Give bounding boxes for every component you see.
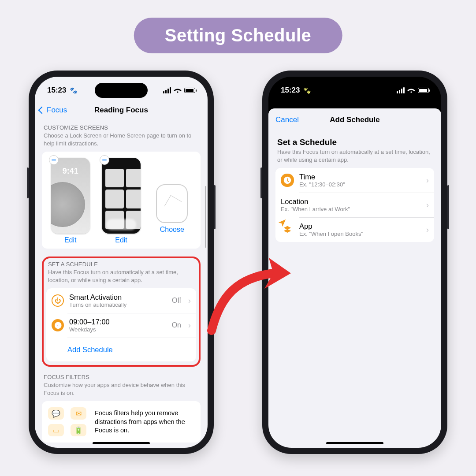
banner-title: Setting Schedule xyxy=(134,18,342,53)
home-indicator[interactable] xyxy=(93,442,150,444)
time-schedule-row[interactable]: 09:00–17:00 Weekdays On › xyxy=(46,313,196,338)
smart-activation-row[interactable]: Smart Activation Turns on automatically … xyxy=(46,288,196,313)
location-option-row[interactable]: Location Ex. "When I arrive at Work" › xyxy=(275,193,434,217)
power-icon xyxy=(52,294,64,307)
filters-desc: Customize how your apps and device behav… xyxy=(44,381,199,397)
screen-left: 15:23 Focus Reading Focus CUSTOMIZE SCRE… xyxy=(35,77,208,448)
mail-icon: ✉︎ xyxy=(71,407,86,420)
status-time: 15:23 xyxy=(47,86,77,95)
time-sub: Weekdays xyxy=(69,326,167,333)
status-time-text: 15:23 xyxy=(281,86,300,95)
schedule-options-list: Time Ex. "12:30–02:30" › Location Ex. "W… xyxy=(275,168,434,242)
sheet-title: Add Schedule xyxy=(330,115,379,124)
content-area[interactable]: CUSTOMIZE SCREENS Choose a Lock Screen o… xyxy=(35,120,208,448)
location-arrow-icon xyxy=(275,216,289,230)
screens-card: Edit Edit Choose xyxy=(42,152,201,249)
edit-home-button[interactable]: Edit xyxy=(115,236,127,244)
dynamic-island xyxy=(328,83,381,98)
nav-bar: Focus Reading Focus xyxy=(35,100,208,120)
back-button[interactable]: Focus xyxy=(39,106,67,115)
choose-watch-button[interactable]: Choose xyxy=(160,226,184,234)
smart-value: Off xyxy=(172,297,181,305)
filters-header: FOCUS FILTERS xyxy=(44,374,199,380)
battery-icon xyxy=(184,88,195,93)
chevron-right-icon: › xyxy=(426,201,429,210)
status-time-text: 15:23 xyxy=(47,86,66,95)
status-time: 15:23 xyxy=(281,86,311,95)
time-value: On xyxy=(172,321,181,329)
location-option-sub: Ex. "When I arrive at Work" xyxy=(281,206,419,212)
paw-icon xyxy=(302,86,311,95)
schedule-header: SET A SCHEDULE xyxy=(48,261,194,268)
sheet-nav: Cancel Add Schedule xyxy=(268,108,441,131)
chevron-right-icon: › xyxy=(188,321,191,330)
location-option-title: Location xyxy=(281,197,419,206)
messages-icon: 💬 xyxy=(48,407,64,420)
edit-lock-button[interactable]: Edit xyxy=(64,236,77,244)
add-schedule-label: Add Schedule xyxy=(52,346,113,354)
lock-screen-option[interactable]: Edit xyxy=(47,158,93,244)
app-option-title: App xyxy=(299,222,419,231)
annotation-arrow xyxy=(203,251,300,341)
status-icons xyxy=(163,87,195,93)
app-option-sub: Ex. "When I open Books" xyxy=(299,231,419,237)
customize-desc: Choose a Lock Screen or Home Screen page… xyxy=(44,132,199,147)
filter-app-icons: 💬 ✉︎ ▭ 🔋 xyxy=(48,407,89,436)
page-title: Reading Focus xyxy=(94,106,148,115)
wifi-icon xyxy=(407,87,415,93)
time-title: 09:00–17:00 xyxy=(69,318,167,326)
clock-icon xyxy=(52,319,64,331)
filters-blurb: Focus filters help you remove distractio… xyxy=(95,409,194,435)
cellular-icon xyxy=(397,87,405,93)
clock-icon xyxy=(281,174,294,187)
filters-card[interactable]: 💬 ✉︎ ▭ 🔋 Focus filters help you remove d… xyxy=(42,401,201,443)
home-screen-preview[interactable] xyxy=(102,158,141,234)
add-schedule-row[interactable]: Add Schedule xyxy=(46,338,196,361)
home-screen-option[interactable]: Edit xyxy=(98,158,144,244)
home-indicator[interactable] xyxy=(326,442,383,444)
schedule-list: Smart Activation Turns on automatically … xyxy=(46,288,196,361)
calendar-icon: ▭ xyxy=(48,424,64,436)
lock-screen-preview[interactable] xyxy=(51,158,90,234)
customize-header: CUSTOMIZE SCREENS xyxy=(44,124,199,131)
paw-icon xyxy=(69,86,77,95)
back-label: Focus xyxy=(47,106,67,115)
dynamic-island xyxy=(95,83,148,98)
status-icons xyxy=(397,87,429,93)
time-option-title: Time xyxy=(299,173,419,181)
watch-option[interactable]: Choose xyxy=(149,158,195,244)
app-option-row[interactable]: App Ex. "When I open Books" › xyxy=(275,217,434,242)
chevron-right-icon: › xyxy=(426,225,429,234)
set-schedule-header: Set a Schedule xyxy=(277,138,432,147)
time-option-row[interactable]: Time Ex. "12:30–02:30" › xyxy=(275,168,434,193)
battery-filter-icon: 🔋 xyxy=(71,424,86,436)
cancel-button[interactable]: Cancel xyxy=(275,115,299,124)
cellular-icon xyxy=(163,87,171,93)
scroll-indicator[interactable] xyxy=(205,186,206,248)
phone-left: 15:23 Focus Reading Focus CUSTOMIZE SCRE… xyxy=(29,71,214,454)
wifi-icon xyxy=(174,87,182,93)
time-option-sub: Ex. "12:30–02:30" xyxy=(299,181,419,188)
set-schedule-desc: Have this Focus turn on automatically at… xyxy=(277,148,432,164)
chevron-right-icon: › xyxy=(188,296,191,305)
smart-title: Smart Activation xyxy=(69,293,167,301)
schedule-desc: Have this Focus turn on automatically at… xyxy=(48,268,194,284)
watch-preview[interactable] xyxy=(156,184,188,223)
smart-sub: Turns on automatically xyxy=(69,301,167,308)
remove-lock-icon[interactable] xyxy=(49,155,59,165)
schedule-highlight: SET A SCHEDULE Have this Focus turn on a… xyxy=(42,257,201,367)
battery-icon xyxy=(418,88,429,93)
chevron-right-icon: › xyxy=(426,176,429,185)
sheet-content[interactable]: Set a Schedule Have this Focus turn on a… xyxy=(268,131,441,244)
